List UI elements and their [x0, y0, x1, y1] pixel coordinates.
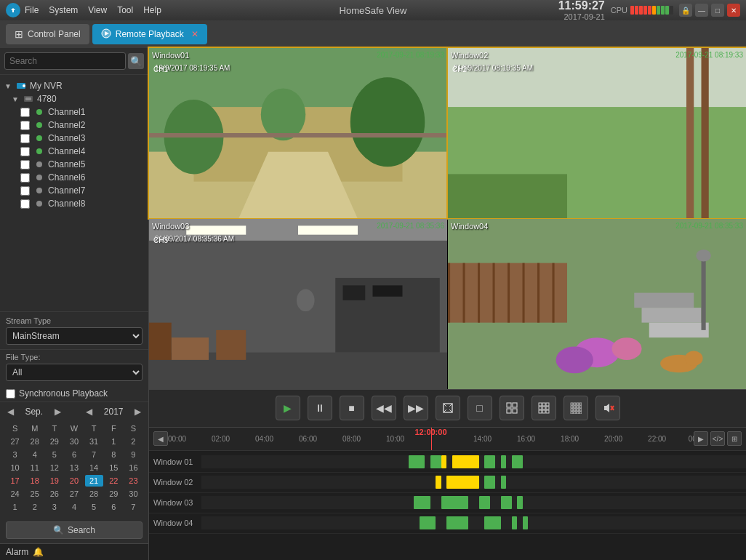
tab-remote-playback[interactable]: Remote Playback ✕ — [92, 24, 207, 44]
rewind-button[interactable]: ◀◀ — [372, 396, 396, 420]
sixteen-view-button[interactable] — [563, 396, 588, 420]
channel-7-checkbox[interactable] — [20, 186, 30, 196]
cal-day[interactable]: 5 — [85, 501, 103, 513]
cal-day[interactable]: 30 — [65, 436, 83, 447]
channel-8-item[interactable]: Channel8 — [0, 197, 148, 210]
menu-tool[interactable]: Tool — [117, 5, 133, 15]
file-type-select[interactable]: All Common Alarm — [6, 364, 143, 381]
next-year-button[interactable]: ▶ — [132, 405, 144, 418]
channel-3-item[interactable]: Channel3 — [0, 132, 148, 145]
cal-day[interactable]: 20 — [65, 475, 83, 487]
quad-view-button[interactable] — [500, 396, 524, 420]
window-controls[interactable]: 🔒 — □ ✕ — [679, 4, 740, 17]
cal-day[interactable]: 5 — [45, 449, 63, 460]
timeline-next-button[interactable]: ▶ — [694, 431, 708, 446]
cal-day[interactable]: 14 — [85, 462, 103, 473]
channel-4-checkbox[interactable] — [20, 147, 30, 156]
track-bar-area-4[interactable] — [201, 516, 746, 529]
fast-forward-button[interactable]: ▶▶ — [404, 396, 428, 420]
cal-day[interactable]: 28 — [25, 436, 44, 447]
channel-1-item[interactable]: Channel1 — [0, 105, 148, 119]
tree-root[interactable]: ▼ My NVR — [0, 79, 148, 92]
cal-day[interactable]: 24 — [6, 488, 24, 500]
single-view-button[interactable]: □ — [468, 396, 492, 420]
timeline-scale[interactable]: 00:00 02:00 04:00 06:00 08:00 10:00 12:0… — [168, 428, 694, 450]
cal-day[interactable]: 17 — [6, 475, 24, 487]
mute-button[interactable] — [595, 396, 620, 420]
cal-day[interactable]: 7 — [85, 449, 103, 460]
next-month-button[interactable]: ▶ — [52, 405, 64, 418]
channel-3-checkbox[interactable] — [20, 134, 30, 143]
cal-day[interactable]: 12 — [45, 462, 63, 473]
minimize-button[interactable]: — — [695, 4, 708, 17]
pause-button[interactable]: ⏸ — [308, 396, 332, 420]
camera-cell-4[interactable]: Window04 2017-09-21 08:35:33 — [448, 219, 746, 389]
stream-type-select[interactable]: MainStream SubStream — [6, 327, 143, 345]
cal-day[interactable]: 27 — [65, 488, 83, 500]
channel-5-item[interactable]: Channel5 — [0, 158, 148, 171]
cal-day[interactable]: 3 — [6, 449, 24, 460]
play-button[interactable]: ▶ — [276, 396, 300, 420]
cal-day[interactable]: 23 — [124, 475, 143, 487]
cal-day[interactable]: 8 — [105, 449, 123, 460]
prev-month-button[interactable]: ◀ — [4, 405, 17, 418]
menu-system[interactable]: System — [49, 5, 78, 15]
menu-file[interactable]: File — [25, 5, 39, 15]
cal-day[interactable]: 29 — [105, 488, 123, 500]
cal-day[interactable]: 1 — [105, 436, 123, 447]
lock-button[interactable]: 🔒 — [679, 4, 692, 17]
cal-day-selected[interactable]: 21 — [85, 475, 103, 487]
tree-sub-device[interactable]: ▼ 4780 — [0, 92, 148, 105]
close-button[interactable]: ✕ — [727, 4, 740, 17]
channel-2-item[interactable]: Channel2 — [0, 119, 148, 132]
menu-view[interactable]: View — [88, 5, 107, 15]
track-bar-area-1[interactable] — [201, 455, 746, 468]
cal-day[interactable]: 19 — [45, 475, 63, 487]
track-bar-area-2[interactable] — [201, 476, 746, 489]
cal-day[interactable]: 7 — [124, 501, 143, 513]
cal-day[interactable]: 30 — [124, 488, 143, 500]
cal-day[interactable]: 10 — [6, 462, 24, 473]
camera-cell-3[interactable]: Window03 2017-09-21 08:35:36 21/09/2017 … — [149, 219, 447, 389]
tab-control-panel[interactable]: ⊞ Control Panel — [6, 24, 89, 44]
cal-day[interactable]: 28 — [85, 488, 103, 500]
cal-day[interactable]: 26 — [45, 488, 63, 500]
search-button[interactable]: 🔍 Search — [6, 521, 143, 539]
channel-1-checkbox[interactable] — [20, 108, 30, 117]
channel-6-checkbox[interactable] — [20, 173, 30, 183]
cal-day[interactable]: 22 — [105, 475, 123, 487]
cal-day[interactable]: 29 — [45, 436, 63, 447]
cal-day[interactable]: 2 — [124, 436, 143, 447]
channel-8-checkbox[interactable] — [20, 199, 30, 209]
cal-day[interactable]: 11 — [25, 462, 44, 473]
cal-day[interactable]: 1 — [6, 501, 24, 513]
channel-6-item[interactable]: Channel6 — [0, 171, 148, 184]
cal-day[interactable]: 15 — [105, 462, 123, 473]
cal-day[interactable]: 9 — [124, 449, 143, 460]
cal-day[interactable]: 16 — [124, 462, 143, 473]
channel-2-checkbox[interactable] — [20, 121, 30, 130]
cal-day[interactable]: 2 — [25, 501, 44, 513]
tab-close-button[interactable]: ✕ — [191, 29, 198, 39]
search-input[interactable] — [4, 52, 126, 70]
cal-day[interactable]: 13 — [65, 462, 83, 473]
cal-day[interactable]: 3 — [45, 501, 63, 513]
channel-4-item[interactable]: Channel4 — [0, 145, 148, 158]
channel-7-item[interactable]: Channel7 — [0, 184, 148, 197]
timeline-code-button[interactable]: </> — [710, 431, 725, 446]
channel-5-checkbox[interactable] — [20, 160, 30, 169]
track-bar-area-3[interactable] — [201, 496, 746, 509]
cal-day[interactable]: 31 — [85, 436, 103, 447]
nine-view-button[interactable] — [532, 396, 556, 420]
menu-help[interactable]: Help — [143, 5, 161, 15]
timeline-zoom-button[interactable]: ⊞ — [727, 431, 742, 446]
camera-cell-1[interactable]: Window01 2017-09-21 08:19:33 18/9/2017 0… — [149, 48, 447, 218]
prev-year-button[interactable]: ◀ — [83, 405, 95, 418]
stop-button[interactable]: ■ — [340, 396, 364, 420]
maximize-button[interactable]: □ — [711, 4, 724, 17]
cal-day[interactable]: 27 — [6, 436, 24, 447]
timeline-prev-button[interactable]: ◀ — [153, 431, 168, 446]
cal-day[interactable]: 18 — [25, 475, 44, 487]
cal-day[interactable]: 6 — [65, 449, 83, 460]
sync-playback-checkbox[interactable] — [6, 389, 15, 399]
